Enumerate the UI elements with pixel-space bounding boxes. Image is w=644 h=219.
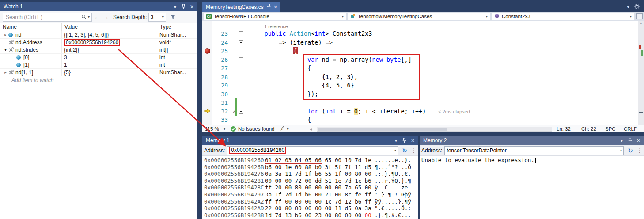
eol-indicator[interactable]: CRLF bbox=[624, 126, 640, 132]
horizontal-scrollbar[interactable] bbox=[317, 127, 552, 132]
watch-column-headers: Name Value Type bbox=[0, 23, 197, 31]
expander-icon[interactable]: ▸ bbox=[3, 33, 8, 37]
close-icon[interactable]: × bbox=[409, 137, 417, 144]
class-icon bbox=[350, 13, 356, 19]
code-cleanup-button[interactable]: ▾ bbox=[280, 126, 288, 132]
zoom-select[interactable]: 115 % ▾ bbox=[203, 126, 227, 132]
tab-title: MemoryTestingCases.cs bbox=[206, 4, 264, 10]
search-input[interactable] bbox=[6, 14, 80, 20]
window-position-chevron-icon[interactable]: ▾ bbox=[392, 137, 400, 144]
column-header-name[interactable]: Name bbox=[0, 23, 62, 31]
pin-icon[interactable] bbox=[180, 3, 187, 10]
refresh-icon[interactable]: ↻ bbox=[400, 147, 409, 154]
window-position-chevron-icon[interactable]: ▾ bbox=[618, 137, 625, 144]
watch-row[interactable]: ▸nd.Address0x000002556b194260void* bbox=[0, 39, 197, 46]
memory2-content[interactable]: Unable to evaluate the expression. bbox=[420, 156, 644, 219]
vs-debug-workspace: Watch 1 ▾ × ▾ ← → Search Depth: 3 ▾ Name bbox=[0, 0, 644, 219]
column-header-type[interactable]: Type bbox=[157, 23, 197, 31]
memory2-titlebar[interactable]: Memory 2 ▾ × bbox=[420, 136, 644, 145]
search-icon[interactable] bbox=[81, 13, 87, 21]
breakpoint-margin[interactable] bbox=[202, 73, 212, 82]
breakpoint-margin[interactable] bbox=[202, 38, 212, 47]
spaces-indicator[interactable]: SPC bbox=[605, 126, 620, 132]
type-dropdown[interactable]: Tensorflow.MemoryTestingCases ▾ bbox=[348, 13, 490, 20]
vertical-scrollbar[interactable]: ▴ bbox=[638, 21, 644, 125]
chevron-down-icon: ▾ bbox=[287, 127, 288, 131]
column-header-value[interactable]: Value bbox=[62, 23, 157, 31]
breakpoint-margin[interactable] bbox=[202, 81, 212, 90]
breakpoint-margin[interactable] bbox=[202, 30, 212, 38]
chevron-down-icon[interactable]: ▾ bbox=[394, 148, 396, 152]
watch-value: {int[2]} bbox=[64, 47, 79, 53]
fold-collapse-icon[interactable] bbox=[239, 40, 243, 45]
current-statement-arrow-icon bbox=[204, 107, 211, 116]
watch-row[interactable]: ▸[1]1int bbox=[0, 61, 197, 69]
scrollbar-thumb[interactable] bbox=[318, 128, 447, 131]
pin-icon[interactable] bbox=[401, 137, 408, 144]
watch-titlebar[interactable]: Watch 1 ▾ × bbox=[0, 2, 197, 11]
fold-collapse-icon[interactable] bbox=[239, 57, 243, 62]
fold-collapse-icon[interactable] bbox=[239, 31, 243, 36]
breakpoint-margin[interactable] bbox=[202, 116, 212, 125]
fold-collapse-icon[interactable] bbox=[239, 109, 243, 114]
project-dropdown[interactable]: C# TensorFlowNET.Console ▾ bbox=[204, 13, 346, 20]
memory1-content[interactable]: 0x000002556B19426001 02 03 04 05 06 65 0… bbox=[202, 156, 418, 219]
breakpoint-margin[interactable] bbox=[202, 90, 212, 99]
codelens-references[interactable]: 1 reference bbox=[265, 24, 288, 29]
search-options-chevron-icon[interactable]: ▾ bbox=[88, 15, 90, 19]
watch-value: {[[1, 2, 3], [4, 5, 6]]} bbox=[64, 32, 109, 38]
chevron-down-icon[interactable]: ▾ bbox=[620, 148, 622, 152]
pin-icon[interactable] bbox=[626, 137, 634, 144]
issues-indicator[interactable]: No issues found bbox=[231, 126, 274, 132]
toolbar-overflow-icon[interactable]: ⋮ bbox=[637, 147, 642, 154]
breakpoint-margin[interactable] bbox=[202, 107, 212, 116]
memory2-title: Memory 2 bbox=[423, 137, 618, 143]
chevron-down-icon: ▾ bbox=[162, 15, 164, 19]
expander-icon[interactable]: ▸ bbox=[3, 70, 8, 75]
breakpoint-scroll-mark bbox=[639, 45, 641, 49]
window-position-chevron-icon[interactable]: ▾ bbox=[171, 3, 179, 10]
add-watch-item-row[interactable]: Add item to watch bbox=[0, 76, 197, 84]
tab-memorytestingcases[interactable]: MemoryTestingCases.cs × bbox=[202, 2, 280, 12]
search-depth-select[interactable]: 3 ▾ bbox=[148, 13, 166, 22]
toolbar-overflow-icon[interactable]: ⋮ bbox=[411, 147, 417, 154]
code-line: 26var nd = np.array(new byte[,] bbox=[202, 56, 644, 64]
wrench-icon bbox=[8, 70, 15, 75]
code-editor[interactable]: 1 reference23public Action<int> Constant… bbox=[202, 21, 644, 125]
memory1-panel: Memory 1 ▾ × Address: 0x000002556B194260… bbox=[202, 136, 418, 219]
pin-icon[interactable] bbox=[267, 4, 271, 11]
breakpoint-margin[interactable] bbox=[202, 47, 212, 56]
memory-row: 0x000002556B19426001 02 03 04 05 06 65 0… bbox=[204, 157, 418, 164]
member-dropdown[interactable]: Constant2x3 ▾ bbox=[492, 13, 634, 20]
gear-icon[interactable] bbox=[634, 4, 640, 10]
search-next-icon[interactable]: → bbox=[102, 14, 110, 20]
filter-icon[interactable] bbox=[170, 15, 176, 20]
memory1-address-input[interactable]: 0x000002556B194260 ▾ bbox=[227, 146, 398, 155]
expander-icon[interactable]: ▾ bbox=[3, 48, 8, 52]
scroll-left-icon[interactable]: ◂ bbox=[310, 127, 312, 132]
chevron-down-icon[interactable]: ▾ bbox=[627, 4, 629, 10]
search-prev-icon[interactable]: ← bbox=[93, 14, 101, 20]
breakpoint-icon[interactable] bbox=[205, 48, 210, 54]
close-icon[interactable]: × bbox=[188, 3, 196, 10]
navbar-options-icon[interactable] bbox=[636, 13, 643, 19]
memory2-address-input[interactable]: tensor.TensorDataPointer ▾ bbox=[444, 146, 624, 155]
watch-title: Watch 1 bbox=[4, 4, 171, 10]
scroll-up-icon[interactable]: ▴ bbox=[638, 21, 644, 25]
column-indicator: Ch: 22 bbox=[581, 126, 602, 132]
breakpoint-margin[interactable] bbox=[202, 56, 212, 64]
close-icon[interactable]: × bbox=[635, 137, 642, 144]
breakpoint-margin[interactable] bbox=[202, 64, 212, 73]
line-number: 28 bbox=[212, 73, 232, 82]
memory2-panel: Memory 2 ▾ × Address: tensor.TensorDataP… bbox=[420, 136, 644, 219]
chevron-down-icon: ▾ bbox=[486, 15, 488, 19]
close-icon[interactable]: × bbox=[274, 4, 277, 10]
memory1-titlebar[interactable]: Memory 1 ▾ × bbox=[202, 136, 418, 145]
watch-row[interactable]: ▸nd[1, 1]{5}NumShar... bbox=[0, 69, 197, 76]
watch-row[interactable]: ▸[0]3int bbox=[0, 54, 197, 61]
refresh-icon[interactable]: ↻ bbox=[626, 147, 635, 154]
issues-text: No issues found bbox=[238, 126, 274, 132]
watch-row[interactable]: ▸nd{[[1, 2, 3], [4, 5, 6]]}NumShar... bbox=[0, 31, 197, 39]
breakpoint-margin[interactable] bbox=[202, 98, 212, 107]
watch-row[interactable]: ▾nd.strides{int[2]}int[] bbox=[0, 46, 197, 54]
